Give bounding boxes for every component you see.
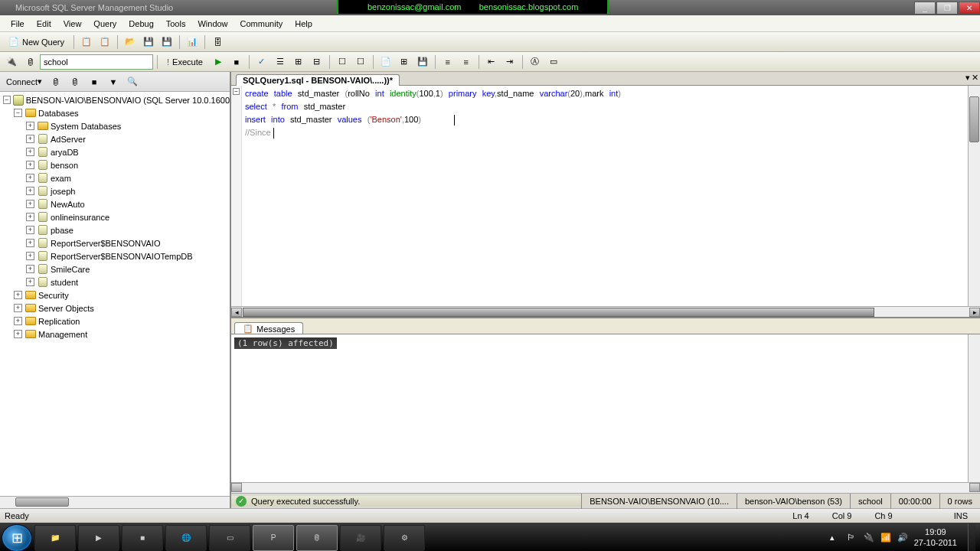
tray-clock[interactable]: 19:09 27-10-2011 <box>914 527 957 547</box>
tray-power-icon[interactable]: 🔌 <box>864 533 874 543</box>
task-camera[interactable]: 🎥 <box>340 525 381 551</box>
tree-db-item[interactable]: +joseph <box>0 184 230 197</box>
task-app[interactable]: ▭ <box>209 525 250 551</box>
tree-system-databases[interactable]: +System Databases <box>0 119 230 132</box>
new-query-button[interactable]: 📄 New Query <box>3 34 70 51</box>
banner-email[interactable]: benzonissac@gmail.com <box>368 2 461 11</box>
tray-up-icon[interactable]: ▴ <box>830 533 841 543</box>
oe-stop-icon[interactable]: ■ <box>86 73 103 90</box>
code-area[interactable]: create table std_master (rollNo int iden… <box>242 86 968 306</box>
minimize-button[interactable]: _ <box>914 2 936 15</box>
tree-db-item[interactable]: +exam <box>0 171 230 184</box>
save-icon[interactable]: 💾 <box>140 34 157 51</box>
tree-db-item[interactable]: +pbase <box>0 223 230 236</box>
connect-button[interactable]: Connect ▾ <box>3 77 45 86</box>
oe-horizontal-scrollbar[interactable] <box>0 496 230 508</box>
maximize-button[interactable]: ❐ <box>936 2 958 15</box>
sql-editor[interactable]: − create table std_master (rollNo int id… <box>231 86 980 306</box>
show-desktop-button[interactable] <box>968 523 975 552</box>
comment-icon[interactable]: ≡ <box>439 54 456 70</box>
tree-db-item[interactable]: +onlineinsurance <box>0 210 230 223</box>
menu-community[interactable]: Community <box>234 18 289 30</box>
increase-indent-icon[interactable]: ⇥ <box>501 54 518 70</box>
tree-db-item[interactable]: +NewAuto <box>0 197 230 210</box>
tree-folder[interactable]: +Server Objects <box>0 302 230 315</box>
execute-button[interactable]: !Execute <box>162 54 208 70</box>
task-media[interactable]: ▶ <box>78 525 119 551</box>
editor-vertical-scrollbar[interactable] <box>968 86 980 306</box>
sqlcmd-mode-icon[interactable]: ▭ <box>545 54 562 70</box>
code-fold-gutter[interactable]: − <box>231 86 242 306</box>
tree-db-item[interactable]: +AdServer <box>0 132 230 145</box>
results-to-text-icon[interactable]: 📄 <box>377 54 394 70</box>
intellisense-icon[interactable]: ⊟ <box>309 54 325 70</box>
messages-horizontal-scrollbar[interactable] <box>231 482 980 493</box>
display-plan-icon[interactable]: ☰ <box>272 54 289 70</box>
messages-vertical-scrollbar[interactable] <box>968 334 980 482</box>
menu-debug[interactable]: Debug <box>122 18 159 30</box>
task-dark[interactable]: ■ <box>122 525 163 551</box>
task-ssms[interactable]: 🛢 <box>296 525 338 551</box>
tray-flag-icon[interactable]: 🏳 <box>847 533 858 543</box>
tree-folder[interactable]: +Replication <box>0 315 230 328</box>
stop-icon[interactable]: ■ <box>228 54 245 70</box>
include-stats-icon[interactable]: ☐ <box>352 54 369 70</box>
oe-refresh-icon[interactable]: 🛢 <box>47 73 64 90</box>
specify-template-icon[interactable]: Ⓐ <box>527 54 544 70</box>
tray-network-icon[interactable]: 📶 <box>880 533 891 543</box>
database-dropdown[interactable] <box>40 54 153 70</box>
task-explorer[interactable]: 📁 <box>34 525 76 551</box>
activity-monitor-icon[interactable]: 📊 <box>184 34 201 51</box>
menu-view[interactable]: View <box>57 18 88 30</box>
results-to-file-icon[interactable]: 💾 <box>414 54 431 70</box>
task-other[interactable]: ⚙ <box>384 525 425 551</box>
menu-edit[interactable]: Edit <box>31 18 57 30</box>
change-connection-icon[interactable]: 🛢 <box>21 54 38 70</box>
registered-servers-icon[interactable]: 🗄 <box>209 34 226 51</box>
results-to-grid-icon[interactable]: ⊞ <box>396 54 413 70</box>
new-analysis-query-icon[interactable]: 📋 <box>96 34 113 51</box>
tree-db-item[interactable]: +benson <box>0 158 230 171</box>
oe-filter-icon[interactable]: ▼ <box>105 73 122 90</box>
include-plan-icon[interactable]: ☐ <box>334 54 351 70</box>
tree-db-item[interactable]: +ReportServer$BENSONVAIO <box>0 236 230 249</box>
tree-databases[interactable]: −Databases <box>0 106 230 119</box>
tree-db-item[interactable]: +aryaDB <box>0 145 230 158</box>
menu-window[interactable]: Window <box>191 18 234 30</box>
connect-icon[interactable]: 🔌 <box>3 54 20 70</box>
object-tree[interactable]: −BENSON-VAIO\BENSONVAIO (SQL Server 10.0… <box>0 92 230 496</box>
menu-query[interactable]: Query <box>87 18 122 30</box>
tray-volume-icon[interactable]: 🔊 <box>897 533 908 543</box>
oe-report-icon[interactable]: 🔍 <box>124 73 141 90</box>
query-options-icon[interactable]: ⊞ <box>290 54 307 70</box>
tree-folder[interactable]: +Security <box>0 289 230 302</box>
task-powerpoint[interactable]: P <box>253 525 294 551</box>
uncomment-icon[interactable]: ≡ <box>458 54 475 70</box>
system-tray[interactable]: ▴ 🏳 🔌 📶 🔊 19:09 27-10-2011 <box>830 523 978 552</box>
editor-tab[interactable]: SQLQuery1.sql - BENSON-VAIO\.....))* <box>236 74 400 86</box>
parse-icon[interactable]: ✓ <box>253 54 270 70</box>
editor-horizontal-scrollbar[interactable]: ◂▸ <box>231 306 980 317</box>
start-button[interactable]: ⊞ <box>2 524 32 552</box>
banner-blog[interactable]: bensonissac.blogspot.com <box>479 2 579 11</box>
menu-file[interactable]: File <box>5 18 31 30</box>
close-button[interactable]: ✕ <box>959 2 980 15</box>
menu-tools[interactable]: Tools <box>160 18 192 30</box>
tree-db-item[interactable]: +student <box>0 276 230 289</box>
tree-server[interactable]: −BENSON-VAIO\BENSONVAIO (SQL Server 10.0… <box>0 93 230 106</box>
task-ie[interactable]: 🌐 <box>165 525 207 551</box>
decrease-indent-icon[interactable]: ⇤ <box>483 54 500 70</box>
menu-help[interactable]: Help <box>289 18 318 30</box>
new-db-engine-query-icon[interactable]: 📋 <box>78 34 95 51</box>
tree-db-item[interactable]: +SmileCare <box>0 262 230 276</box>
tab-dropdown-icon[interactable]: ▾ <box>965 73 970 83</box>
debug-icon[interactable]: ▶ <box>210 54 227 70</box>
tree-db-item[interactable]: +ReportServer$BENSONVAIOTempDB <box>0 249 230 262</box>
messages-body[interactable]: (1 row(s) affected) <box>231 334 980 482</box>
messages-tab[interactable]: 📋 Messages <box>234 322 303 334</box>
tree-folder[interactable]: +Management <box>0 328 230 341</box>
oe-disconnect-icon[interactable]: 🛢 <box>67 73 83 90</box>
tab-close-icon[interactable]: ✕ <box>972 73 978 83</box>
open-file-icon[interactable]: 📂 <box>122 34 139 51</box>
save-all-icon[interactable]: 💾 <box>158 34 175 51</box>
